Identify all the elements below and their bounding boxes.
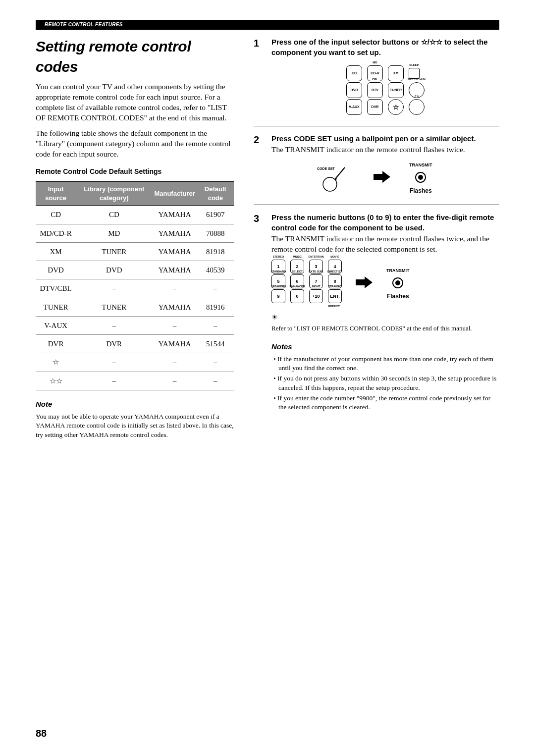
step-3: 3 Press the numeric buttons (0 to 9) to … [254,212,499,413]
remote-btn-cd: .CD [346,65,362,81]
notes-label: Notes [271,342,499,352]
note-body: You may not be able to operate your YAMA… [36,412,234,439]
section-header-text: REMOTE CONTROL FEATURES [36,21,123,28]
arrow-icon [374,171,390,186]
table-row: V-AUX––– [36,316,234,334]
transmit-indicator: TRANSMIT [386,268,410,291]
step-number: 2 [254,133,265,198]
step-desc: The TRANSMIT indicator on the remote con… [271,145,476,155]
page-number: 88 [36,727,47,740]
th-manufacturer: Manufacturer [152,182,197,206]
table-row: MD/CD-RMDYAMAHA70888 [36,224,234,242]
numpad-btn-ENT.: STRAIGHTENT. [328,289,342,303]
step-title: Press CODE SET using a ballpoint pen or … [271,133,476,144]
step-2: 2 Press CODE SET using a ballpoint pen o… [254,133,499,205]
intro-paragraph-1: You can control your TV and other compon… [36,82,234,123]
note-label: Note [36,399,234,409]
arrow-icon [356,276,373,291]
intro-paragraph-2: The following table shows the default co… [36,128,234,160]
th-default-code: Default code [197,182,234,206]
remote-btn-dvr: DVR [367,99,383,115]
table-row: DTV/CBL––– [36,279,234,298]
table-row: DVDDVDYAMAHA40539 [36,261,234,279]
table-row: CDCDYAMAHA61907 [36,206,234,224]
numpad-btn-9: SPEAKERS9 [271,289,285,303]
th-input-source: Input source [36,182,76,206]
remote-btn-star2: ☆☆ [409,99,425,115]
step-desc: The TRANSMIT indicator on the remote con… [271,234,499,255]
remote-btn-dtv: CBLDTV [367,82,383,98]
table-row: ☆––– [36,353,234,372]
step-title: Press one of the input selector buttons … [271,37,499,57]
tip-section: ☀ Refer to "LIST OF REMOTE CONTROL CODES… [271,313,499,332]
note-item: If you do not press any buttons within 3… [273,374,499,392]
step-number: 1 [254,37,265,119]
table-title: Remote Control Code Default Settings [36,167,234,176]
flashes-label: Flashes [386,292,410,300]
remote-buttons-diagram: .CD MDCD-R XM SLEEP DVD CBLDTV TUNER MUL… [271,65,499,116]
svg-marker-3 [374,171,390,183]
step-1: 1 Press one of the input selector button… [254,37,499,126]
table-row: XMTUNERYAMAHA81918 [36,242,234,261]
note-item: If you enter the code number "9980", the… [273,394,499,412]
tip-icon: ☀ [271,313,278,323]
remote-btn-tuner: TUNER [388,82,404,98]
page-title: Setting remote control codes [36,37,234,77]
numpad-btn-+10: NIGHT+10 [309,289,323,303]
section-header-bar: REMOTE CONTROL FEATURES [36,20,499,30]
transmit-indicator: TRANSMIT [409,162,432,186]
remote-btn-star1: ☆ [388,99,404,115]
remote-btn-dvd: DVD [346,82,362,98]
th-library: Library (component category) [76,182,152,206]
remote-btn-xm: XM [388,65,404,81]
table-row: DVRDVRYAMAHA51544 [36,335,234,353]
step-number: 3 [254,212,265,413]
svg-point-0 [323,177,337,191]
numpad-btn-0: ENHANCER0 [290,289,304,303]
default-codes-table: Input source Library (component category… [36,181,234,390]
codeset-pen-diagram: CODE SET [315,163,355,193]
tip-text: Refer to "LIST OF REMOTE CONTROL CODES" … [271,324,472,332]
table-row: TUNERTUNERYAMAHA81916 [36,298,234,316]
remote-btn-vaux: V-AUX [346,99,362,115]
svg-marker-4 [356,276,373,288]
note-item: If the manufacturer of your component ha… [273,355,499,373]
svg-line-1 [335,167,345,179]
notes-list: If the manufacturer of your component ha… [271,355,499,412]
numeric-keypad-diagram: STEREO1MUSIC2ENTERTAIN3MOVIE4STANDARD5SE… [271,260,342,308]
flashes-label: Flashes [409,187,432,195]
table-row: ☆☆––– [36,372,234,390]
step-title: Press the numeric buttons (0 to 9) to en… [271,212,499,233]
